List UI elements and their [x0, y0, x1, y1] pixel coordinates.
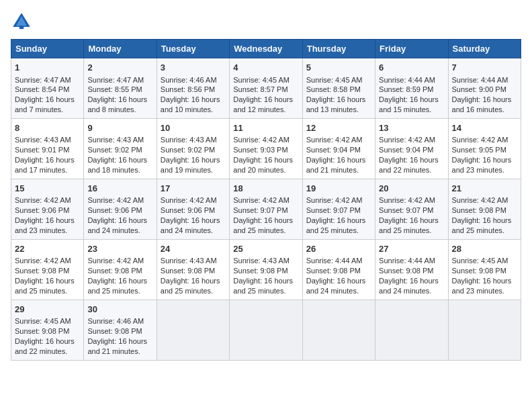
- day-number: 4: [233, 62, 298, 74]
- sunset-label: Sunset: 8:57 PM: [233, 85, 287, 93]
- sunset-label: Sunset: 8:58 PM: [306, 85, 361, 93]
- daylight-label: Daylight: 16 hours and 10 minutes.: [161, 95, 220, 113]
- sunset-label: Sunset: 9:08 PM: [233, 267, 287, 275]
- day-number: 25: [233, 243, 298, 255]
- daylight-label: Daylight: 16 hours and 25 minutes.: [161, 277, 220, 295]
- day-number: 26: [306, 243, 371, 255]
- calendar-cell: 19Sunrise: 4:42 AMSunset: 9:07 PMDayligh…: [302, 179, 375, 239]
- daylight-label: Daylight: 16 hours and 21 minutes.: [306, 156, 366, 174]
- daylight-label: Daylight: 16 hours and 25 minutes.: [452, 216, 512, 234]
- sunset-label: Sunset: 9:07 PM: [233, 206, 287, 214]
- sunrise-label: Sunrise: 4:43 AM: [15, 136, 71, 144]
- day-number: 17: [161, 183, 226, 195]
- sunset-label: Sunset: 9:02 PM: [161, 146, 215, 154]
- sunrise-label: Sunrise: 4:42 AM: [233, 136, 290, 144]
- header-cell-tuesday: Tuesday: [157, 40, 229, 58]
- day-number: 13: [379, 122, 444, 134]
- day-number: 20: [379, 183, 444, 195]
- day-number: 18: [233, 183, 298, 195]
- sunset-label: Sunset: 9:07 PM: [379, 206, 433, 214]
- sunrise-label: Sunrise: 4:46 AM: [87, 317, 144, 325]
- svg-rect-2: [19, 26, 24, 29]
- calendar-cell: 1Sunrise: 4:47 AMSunset: 8:54 PMDaylight…: [11, 58, 84, 119]
- sunrise-label: Sunrise: 4:45 AM: [233, 76, 290, 84]
- daylight-label: Daylight: 16 hours and 19 minutes.: [161, 156, 220, 174]
- sunset-label: Sunset: 9:08 PM: [452, 206, 506, 214]
- calendar-cell: 5Sunrise: 4:45 AMSunset: 8:58 PMDaylight…: [302, 58, 375, 119]
- sunset-label: Sunset: 9:04 PM: [306, 146, 361, 154]
- calendar-cell: 7Sunrise: 4:44 AMSunset: 9:00 PMDaylight…: [448, 58, 521, 119]
- sunrise-label: Sunrise: 4:44 AM: [379, 257, 435, 265]
- sunset-label: Sunset: 9:05 PM: [452, 146, 506, 154]
- sunrise-label: Sunrise: 4:44 AM: [452, 76, 508, 84]
- calendar-cell: 29Sunrise: 4:45 AMSunset: 9:08 PMDayligh…: [11, 300, 84, 360]
- daylight-label: Daylight: 16 hours and 24 minutes.: [306, 277, 366, 295]
- day-number: 2: [87, 62, 152, 74]
- day-number: 21: [452, 183, 517, 195]
- sunrise-label: Sunrise: 4:43 AM: [161, 136, 217, 144]
- calendar-cell: 25Sunrise: 4:43 AMSunset: 9:08 PMDayligh…: [230, 239, 302, 300]
- calendar-cell: 24Sunrise: 4:43 AMSunset: 9:08 PMDayligh…: [157, 239, 229, 300]
- calendar-cell: 11Sunrise: 4:42 AMSunset: 9:03 PMDayligh…: [230, 118, 302, 179]
- sunrise-label: Sunrise: 4:42 AM: [452, 136, 508, 144]
- sunrise-label: Sunrise: 4:42 AM: [87, 196, 144, 204]
- day-number: 8: [15, 122, 80, 134]
- sunrise-label: Sunrise: 4:42 AM: [379, 136, 435, 144]
- day-number: 30: [87, 304, 152, 316]
- daylight-label: Daylight: 16 hours and 25 minutes.: [306, 216, 366, 234]
- sunset-label: Sunset: 9:00 PM: [452, 85, 506, 93]
- calendar-cell: 18Sunrise: 4:42 AMSunset: 9:07 PMDayligh…: [230, 179, 302, 239]
- calendar-cell: [230, 300, 302, 360]
- calendar-cell: 22Sunrise: 4:42 AMSunset: 9:08 PMDayligh…: [11, 239, 84, 300]
- sunrise-label: Sunrise: 4:45 AM: [452, 257, 508, 265]
- sunrise-label: Sunrise: 4:43 AM: [233, 257, 290, 265]
- calendar-cell: 13Sunrise: 4:42 AMSunset: 9:04 PMDayligh…: [375, 118, 448, 179]
- sunrise-label: Sunrise: 4:44 AM: [379, 76, 435, 84]
- daylight-label: Daylight: 16 hours and 25 minutes.: [233, 216, 293, 234]
- day-number: 6: [379, 62, 444, 74]
- calendar-cell: 15Sunrise: 4:42 AMSunset: 9:06 PMDayligh…: [11, 179, 84, 239]
- day-number: 29: [15, 304, 80, 316]
- daylight-label: Daylight: 16 hours and 7 minutes.: [15, 95, 75, 113]
- sunset-label: Sunset: 8:55 PM: [87, 85, 142, 93]
- daylight-label: Daylight: 16 hours and 25 minutes.: [87, 277, 147, 295]
- sunset-label: Sunset: 9:04 PM: [379, 146, 433, 154]
- day-number: 10: [161, 122, 226, 134]
- day-number: 3: [161, 62, 226, 74]
- sunset-label: Sunset: 9:08 PM: [15, 267, 69, 275]
- daylight-label: Daylight: 16 hours and 22 minutes.: [15, 337, 75, 355]
- sunset-label: Sunset: 9:08 PM: [15, 327, 69, 335]
- daylight-label: Daylight: 16 hours and 25 minutes.: [15, 277, 75, 295]
- day-number: 7: [452, 62, 517, 74]
- sunrise-label: Sunrise: 4:42 AM: [306, 136, 363, 144]
- daylight-label: Daylight: 16 hours and 21 minutes.: [87, 337, 147, 355]
- week-row-1: 1Sunrise: 4:47 AMSunset: 8:54 PMDaylight…: [11, 58, 521, 119]
- sunrise-label: Sunrise: 4:43 AM: [87, 136, 144, 144]
- daylight-label: Daylight: 16 hours and 8 minutes.: [87, 95, 147, 113]
- day-number: 22: [15, 243, 80, 255]
- sunrise-label: Sunrise: 4:42 AM: [452, 196, 508, 204]
- sunrise-label: Sunrise: 4:45 AM: [15, 317, 71, 325]
- daylight-label: Daylight: 16 hours and 15 minutes.: [379, 95, 439, 113]
- sunrise-label: Sunrise: 4:44 AM: [306, 257, 363, 265]
- daylight-label: Daylight: 16 hours and 12 minutes.: [233, 95, 293, 113]
- calendar-cell: 23Sunrise: 4:42 AMSunset: 9:08 PMDayligh…: [84, 239, 157, 300]
- header-cell-saturday: Saturday: [448, 40, 521, 58]
- daylight-label: Daylight: 16 hours and 16 minutes.: [452, 95, 512, 113]
- daylight-label: Daylight: 16 hours and 20 minutes.: [233, 156, 293, 174]
- sunrise-label: Sunrise: 4:47 AM: [87, 76, 144, 84]
- header-cell-thursday: Thursday: [302, 40, 375, 58]
- sunrise-label: Sunrise: 4:42 AM: [379, 196, 435, 204]
- sunset-label: Sunset: 9:08 PM: [87, 327, 142, 335]
- sunrise-label: Sunrise: 4:42 AM: [15, 257, 71, 265]
- day-number: 12: [306, 122, 371, 134]
- calendar-cell: 2Sunrise: 4:47 AMSunset: 8:55 PMDaylight…: [84, 58, 157, 119]
- calendar-cell: 21Sunrise: 4:42 AMSunset: 9:08 PMDayligh…: [448, 179, 521, 239]
- sunrise-label: Sunrise: 4:47 AM: [15, 76, 71, 84]
- sunset-label: Sunset: 9:06 PM: [87, 206, 142, 214]
- calendar-cell: 14Sunrise: 4:42 AMSunset: 9:05 PMDayligh…: [448, 118, 521, 179]
- sunrise-label: Sunrise: 4:42 AM: [161, 196, 217, 204]
- day-number: 11: [233, 122, 298, 134]
- sunset-label: Sunset: 9:06 PM: [161, 206, 215, 214]
- day-number: 9: [87, 122, 152, 134]
